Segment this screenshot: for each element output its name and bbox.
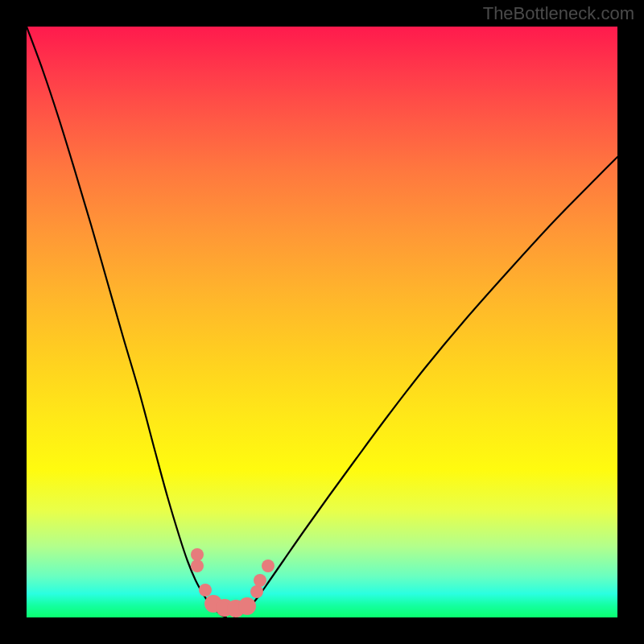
valley-markers-small bbox=[191, 548, 275, 598]
valley-markers-big bbox=[204, 595, 256, 617]
curve-right-branch bbox=[234, 157, 617, 617]
valley-marker bbox=[254, 574, 266, 587]
curve-left-branch bbox=[27, 27, 226, 617]
valley-marker bbox=[238, 597, 256, 615]
valley-marker bbox=[262, 559, 275, 572]
valley-marker bbox=[199, 584, 212, 597]
valley-marker bbox=[191, 559, 204, 572]
valley-marker bbox=[250, 585, 263, 598]
valley-marker bbox=[191, 548, 204, 561]
watermark-text: TheBottleneck.com bbox=[483, 3, 634, 24]
curve-svg bbox=[27, 27, 617, 617]
plot-area bbox=[27, 27, 617, 617]
